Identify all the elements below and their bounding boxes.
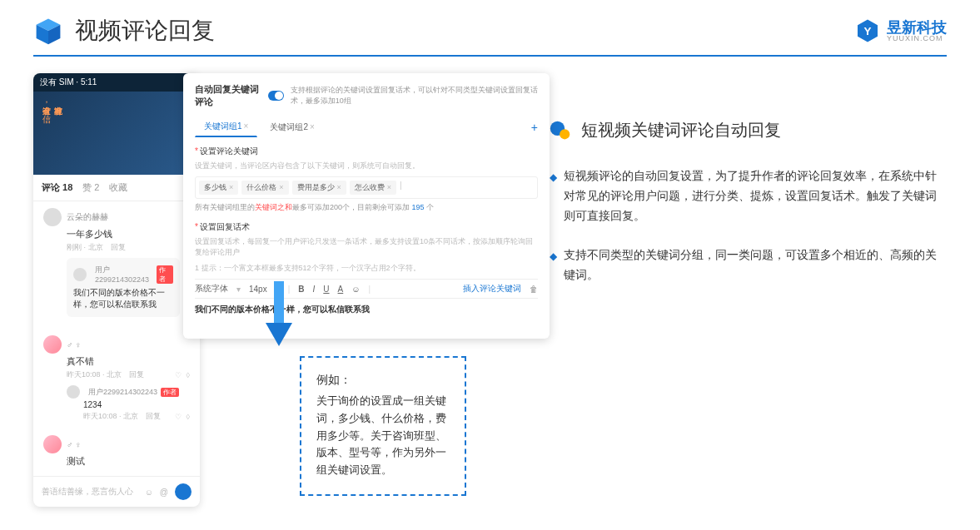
tab-fav[interactable]: 收藏 bbox=[109, 181, 127, 194]
emoji-button[interactable]: ☺ bbox=[351, 285, 360, 294]
send-button[interactable] bbox=[175, 483, 192, 500]
section-reply-title: 设置回复话术 bbox=[195, 221, 538, 233]
close-icon[interactable]: × bbox=[337, 183, 341, 191]
page-title: 视频评论回复 bbox=[75, 15, 215, 47]
avatar bbox=[67, 385, 80, 399]
comment-item: ♂ ♀ 真不错 昨天10:08 · 北京 回复♡◊ 用户229921430224… bbox=[33, 329, 200, 428]
editor-toolbar: 系统字体▾ 14px▾ | B I U A ☺ | 插入评论关键词 🗑 bbox=[195, 279, 538, 299]
italic-button[interactable]: I bbox=[313, 285, 316, 294]
keyword-group-tab-2[interactable]: 关键词组2× bbox=[261, 117, 323, 137]
emoji-icon[interactable]: ☺ bbox=[145, 488, 153, 497]
keyword-tags[interactable]: 多少钱× 什么价格× 费用是多少× 怎么收费× | bbox=[195, 176, 538, 199]
keyword-tag: 什么价格× bbox=[241, 181, 288, 195]
auto-reply-toggle[interactable] bbox=[268, 91, 284, 101]
phone-mockup: 没有 SIM · 5:11 在地方有没有有这个有没，信 评论 18 赞 2 收藏… bbox=[33, 73, 200, 507]
settings-header-label: 自动回复关键词评论 bbox=[195, 83, 261, 108]
avatar bbox=[43, 335, 62, 354]
delete-button[interactable]: 🗑 bbox=[530, 285, 538, 294]
avatar bbox=[43, 208, 62, 226]
settings-header-desc: 支持根据评论的关键词设置回复话术，可以针对不同类型关键词设置回复话术，最多添加1… bbox=[291, 85, 538, 106]
svg-text:Y: Y bbox=[863, 25, 871, 37]
logo-icon: Y bbox=[855, 18, 880, 43]
section-keywords-title: 设置评论关键词 bbox=[195, 146, 538, 157]
color-button[interactable]: A bbox=[338, 285, 344, 294]
diamond-icon: ◆ bbox=[550, 169, 557, 225]
heart-icon[interactable]: ♡ bbox=[175, 371, 182, 379]
font-select[interactable]: 系统字体 bbox=[195, 283, 228, 295]
comment-item: ♂ ♀ 测试 bbox=[33, 428, 200, 476]
diamond-icon: ◆ bbox=[550, 248, 557, 285]
at-icon[interactable]: @ bbox=[160, 488, 168, 497]
bullet-item: ◆ 支持不同类型的关键词分组，同一类问题，可设置多个相近的、高频的关键词。 bbox=[550, 245, 947, 285]
insert-keyword-button[interactable]: 插入评论关键词 bbox=[463, 283, 521, 295]
example-title: 例如： bbox=[316, 373, 450, 388]
phone-video-thumb: 在地方有没有有这个有没，信 bbox=[33, 92, 200, 175]
section-title: 短视频关键词评论自动回复 bbox=[581, 119, 781, 141]
cube-icon bbox=[33, 16, 63, 46]
comment-input-bar: 善语结善缘，恶言伤人心 ☺ @ bbox=[33, 476, 200, 507]
tab-comments[interactable]: 评论 18 bbox=[42, 181, 72, 194]
bookmark-icon[interactable]: ◊ bbox=[187, 413, 190, 421]
logo-text-cn: 昱新科技 bbox=[887, 20, 947, 35]
svg-marker-6 bbox=[266, 323, 292, 346]
example-box: 例如： 关于询价的设置成一组关键词，多少钱、什么价格，费用多少等。关于咨询班型、… bbox=[300, 356, 466, 496]
heart-icon[interactable]: ♡ bbox=[175, 413, 182, 421]
settings-panel: 自动回复关键词评论 支持根据评论的关键词设置回复话术，可以针对不同类型关键词设置… bbox=[183, 73, 550, 339]
add-group-button[interactable]: + bbox=[531, 121, 538, 134]
comment-input[interactable]: 善语结善缘，恶言伤人心 bbox=[42, 486, 138, 498]
header-divider bbox=[33, 55, 947, 57]
chat-bubble-icon bbox=[550, 120, 571, 141]
keyword-tag: 多少钱× bbox=[199, 181, 238, 195]
keyword-tag: 费用是多少× bbox=[292, 181, 346, 195]
bookmark-icon[interactable]: ◊ bbox=[187, 371, 190, 379]
bullet-item: ◆ 短视频评论的自动回复设置，为了提升作者的评论回复效率，在系统中针对常见的评论… bbox=[550, 166, 947, 225]
example-text: 关于询价的设置成一组关键词，多少钱、什么价格，费用多少等。关于咨询班型、版本、型… bbox=[316, 393, 450, 479]
comment-item: 云朵的赫赫 一年多少钱 刚刚 · 北京 回复♡ 用户2299214302243作… bbox=[33, 201, 200, 329]
phone-tabs: 评论 18 赞 2 收藏 bbox=[33, 175, 200, 201]
close-icon[interactable]: × bbox=[229, 183, 233, 191]
avatar bbox=[43, 435, 62, 453]
reply-bubble: 用户2299214302243作者 我们不同的版本价格不一样，您可以私信联系我 bbox=[67, 258, 180, 317]
close-icon[interactable]: × bbox=[310, 122, 315, 131]
svg-point-8 bbox=[560, 129, 570, 139]
brand-logo: Y 昱新科技 YUUXIN.COM bbox=[855, 18, 947, 43]
keyword-count-note: 所有关键词组里的关键词之和最多可添加200个，目前剩余可添加 195 个 bbox=[195, 202, 538, 213]
keyword-group-tab-1[interactable]: 关键词组1× bbox=[195, 116, 257, 137]
tab-likes[interactable]: 赞 2 bbox=[82, 181, 99, 194]
avatar bbox=[73, 268, 87, 281]
arrow-down-icon bbox=[262, 281, 296, 348]
reply-editor[interactable]: 我们不同的版本价格不一样，您可以私信联系我 bbox=[195, 299, 538, 320]
underline-button[interactable]: U bbox=[323, 285, 329, 294]
close-icon[interactable]: × bbox=[244, 121, 249, 131]
close-icon[interactable]: × bbox=[387, 183, 391, 191]
logo-text-en: YUUXIN.COM bbox=[887, 35, 947, 42]
phone-status-bar: 没有 SIM · 5:11 bbox=[33, 73, 200, 92]
bold-button[interactable]: B bbox=[298, 285, 304, 294]
close-icon[interactable]: × bbox=[279, 183, 283, 191]
keyword-tag: 怎么收费× bbox=[350, 181, 396, 195]
svg-rect-5 bbox=[274, 281, 284, 323]
